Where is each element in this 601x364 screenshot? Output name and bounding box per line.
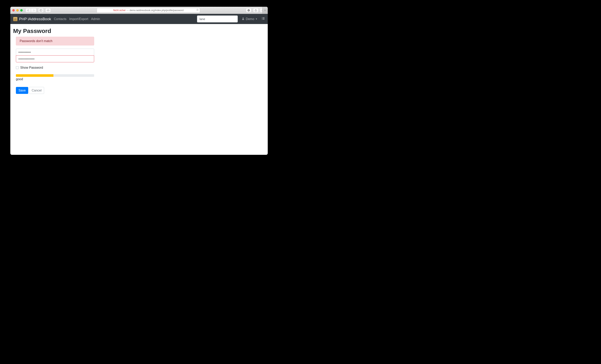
share-icon: [254, 9, 257, 12]
security-status: Nicht sicher: [113, 9, 126, 12]
page-content: My Password Passwords don't match Show P…: [10, 24, 268, 98]
download-icon: [247, 9, 250, 12]
icloud-tabs-button[interactable]: [45, 8, 51, 12]
fullscreen-window-button[interactable]: [20, 9, 23, 11]
svg-rect-7: [262, 18, 262, 19]
browser-titlebar: Nicht sicher — demo.iaddressbook.org/ind…: [10, 7, 268, 14]
brand[interactable]: PHP iAddressBook: [13, 17, 51, 21]
chevron-right-icon: [32, 9, 35, 12]
password-form: Passwords don't match Show Password good…: [16, 37, 94, 94]
strength-meter: [16, 74, 94, 77]
show-password-row: Show Password: [16, 66, 94, 69]
page-title: My Password: [13, 28, 265, 34]
user-menu[interactable]: Demo ▼: [242, 17, 257, 21]
forward-button[interactable]: [31, 8, 37, 12]
svg-rect-5: [262, 17, 262, 18]
reload-icon: [196, 9, 199, 11]
search-input[interactable]: [197, 15, 238, 22]
minimize-window-button[interactable]: [16, 9, 19, 11]
cloud-icon: [47, 9, 50, 12]
nav-links: Contacts Import/Export Admin: [54, 17, 100, 21]
svg-rect-9: [262, 19, 262, 20]
sidebar-icon: [40, 9, 42, 12]
strength-meter-bar: [16, 74, 53, 77]
sidebar-toggle-button[interactable]: [38, 8, 44, 12]
save-button[interactable]: Save: [16, 87, 28, 94]
svg-rect-8: [263, 18, 265, 19]
nav-link-admin[interactable]: Admin: [91, 17, 100, 21]
list-icon: [261, 17, 265, 20]
reload-button[interactable]: [196, 9, 199, 12]
password-field[interactable]: [16, 49, 94, 56]
close-window-button[interactable]: [12, 9, 15, 11]
svg-rect-10: [263, 19, 265, 20]
cancel-button[interactable]: Cancel: [29, 87, 44, 94]
address-bar-container: Nicht sicher — demo.iaddressbook.org/ind…: [52, 8, 244, 13]
chevron-left-icon: [27, 9, 30, 12]
user-icon: [242, 17, 244, 21]
brand-icon: [13, 17, 18, 21]
nav-link-import-export[interactable]: Import/Export: [69, 17, 88, 21]
password-confirm-field[interactable]: [16, 55, 94, 62]
browser-window: Nicht sicher — demo.iaddressbook.org/ind…: [10, 7, 268, 155]
address-bar[interactable]: Nicht sicher — demo.iaddressbook.org/ind…: [97, 8, 200, 13]
svg-rect-6: [263, 17, 265, 18]
error-alert: Passwords don't match: [16, 37, 94, 45]
svg-rect-0: [40, 9, 42, 11]
strength-label: good: [16, 77, 94, 81]
new-tab-button[interactable]: +: [262, 7, 268, 14]
show-password-label: Show Password: [20, 66, 43, 69]
brand-label: PHP iAddressBook: [19, 17, 51, 21]
list-toggle-button[interactable]: [261, 17, 265, 21]
address-separator: —: [127, 9, 129, 12]
app-navbar: PHP iAddressBook Contacts Import/Export …: [10, 14, 268, 24]
nav-back-forward: [25, 8, 37, 12]
downloads-button[interactable]: [246, 8, 251, 12]
form-buttons: Save Cancel: [16, 87, 94, 94]
nav-link-contacts[interactable]: Contacts: [54, 17, 66, 21]
window-controls: [12, 9, 23, 11]
show-password-checkbox[interactable]: [16, 66, 19, 69]
share-button[interactable]: [253, 8, 259, 12]
page-url: demo.iaddressbook.org/index.php/profile/…: [130, 9, 184, 12]
chevron-down-icon: ▼: [255, 18, 257, 20]
user-label: Demo: [246, 17, 254, 21]
back-button[interactable]: [25, 8, 31, 12]
plus-icon: +: [264, 9, 266, 12]
